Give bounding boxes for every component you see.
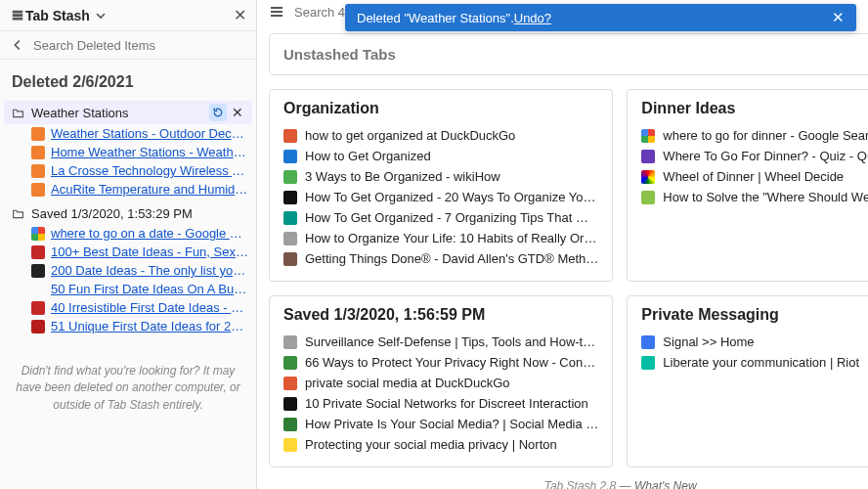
favicon [283, 252, 297, 266]
favicon [31, 183, 45, 197]
tab-row[interactable]: 66 Ways to Protect Your Privacy Right No… [283, 352, 598, 373]
tab-title: How to Get Organized [305, 149, 431, 163]
sidebar-title-text: Tab Stash [25, 8, 90, 23]
notification-close-button[interactable]: ✕ [832, 9, 845, 26]
tab-title: 10 Private Social Networks for Discreet … [305, 396, 588, 411]
card-title[interactable]: Saved 1/3/2020, 1:56:59 PM [283, 306, 598, 324]
main-content: Unstashed Tabs Organizationhow to get or… [257, 23, 868, 489]
tree-item-link[interactable]: 50 Fun First Date Ideas On A Budg… [51, 282, 248, 296]
tree-group-header[interactable]: Saved 1/3/2020, 1:53:29 PM [4, 202, 252, 224]
tree-item-link[interactable]: 200 Date Ideas - The only list you'… [51, 263, 248, 278]
tab-row[interactable]: How to Solve the "Where Should We Eat?" … [641, 187, 868, 207]
tree-group-name: Weather Stations [31, 106, 128, 120]
favicon [283, 150, 297, 163]
tree-item-link[interactable]: La Crosse Technology Wireless Th… [51, 163, 248, 178]
restore-group-button[interactable] [209, 104, 227, 121]
tab-title: private social media at DuckDuckGo [305, 376, 510, 390]
tab-row[interactable]: private social media at DuckDuckGo [283, 373, 598, 393]
card-title[interactable]: Private Messaging [641, 306, 868, 324]
undo-link[interactable]: Undo? [514, 11, 551, 25]
tree-item[interactable]: La Crosse Technology Wireless Th… [27, 161, 252, 180]
tree-item[interactable]: AcuRite Temperature and Humidit… [27, 180, 252, 199]
tree-item-link[interactable]: Home Weather Stations - Weather… [51, 145, 248, 159]
stash-icon [10, 8, 25, 23]
sidebar-header: Tab Stash ✕ [0, 0, 256, 31]
undo-notification: Deleted "Weather Stations". Undo? ✕ [345, 4, 856, 31]
unstashed-tabs-card[interactable]: Unstashed Tabs [269, 33, 868, 75]
tree-item-link[interactable]: 51 Unique First Date Ideas for 201… [51, 319, 248, 333]
sidebar-search [0, 31, 256, 60]
tab-row[interactable]: where to go for dinner - Google Search [641, 125, 868, 146]
favicon [283, 397, 297, 411]
tree-item[interactable]: where to go on a date - Google Se… [27, 224, 252, 243]
stash-card: Organizationhow to get organized at Duck… [269, 89, 613, 282]
stash-card: Saved 1/3/2020, 1:56:59 PMSurveillance S… [269, 295, 613, 467]
tab-title: 66 Ways to Protect Your Privacy Right No… [305, 355, 595, 370]
tab-row[interactable]: How to Organize Your Life: 10 Habits of … [283, 228, 598, 248]
favicon [31, 146, 45, 159]
favicon [283, 170, 297, 184]
tab-title: How To Get Organized - 7 Organizing Tips… [305, 210, 588, 225]
tree-item[interactable]: 40 Irresistible First Date Ideas - B… [27, 298, 252, 317]
favicon [31, 127, 45, 141]
tab-row[interactable]: Where To Go For Dinner? - Quiz - Quizony… [641, 146, 868, 166]
tab-title: Where To Go For Dinner? - Quiz - Quizony… [663, 149, 868, 163]
tree-item-link[interactable]: where to go on a date - Google Se… [51, 226, 248, 241]
tab-row[interactable]: Protecting your social media privacy | N… [283, 434, 598, 455]
card-title[interactable]: Organization [283, 100, 598, 117]
favicon [31, 227, 45, 241]
favicon [283, 335, 297, 349]
card-title[interactable]: Dinner Ideas [641, 100, 868, 117]
close-sidebar-button[interactable]: ✕ [234, 6, 246, 24]
tree-item-link[interactable]: Weather Stations - Outdoor Decor… [51, 126, 248, 141]
tab-row[interactable]: 10 Private Social Networks for Discreet … [283, 393, 598, 414]
tab-row[interactable]: Wheel of Dinner | Wheel Decide [641, 166, 868, 187]
favicon [31, 264, 45, 278]
tab-title: 3 Ways to Be Organized - wikiHow [305, 169, 500, 184]
tree-item[interactable]: Weather Stations - Outdoor Decor… [27, 124, 252, 143]
tree-item[interactable]: 50 Fun First Date Ideas On A Budg… [27, 280, 252, 298]
menu-icon[interactable] [269, 4, 284, 20]
favicon [641, 150, 655, 163]
stash-card: Private MessagingSignal >> HomeLiberate … [627, 295, 868, 467]
tree-item-link[interactable]: 40 Irresistible First Date Ideas - B… [51, 300, 248, 315]
tab-row[interactable]: How To Get Organized - 7 Organizing Tips… [283, 207, 598, 228]
footer-prefix: Tab Stash 2.8 — [544, 479, 634, 489]
stash-card: Dinner Ideaswhere to go for dinner - Goo… [627, 89, 868, 282]
sidebar-title[interactable]: Tab Stash [25, 8, 234, 23]
tree-item[interactable]: 51 Unique First Date Ideas for 201… [27, 317, 252, 335]
app-footer: Tab Stash 2.8 — What's New [269, 467, 868, 489]
whats-new-link[interactable]: What's New [634, 479, 697, 489]
tab-row[interactable]: Signal >> Home [641, 332, 868, 352]
tab-row[interactable]: how to get organized at DuckDuckGo [283, 125, 598, 146]
tree-item[interactable]: 100+ Best Date Ideas - Fun, Sexy, … [27, 243, 252, 261]
tree-item-link[interactable]: 100+ Best Date Ideas - Fun, Sexy, … [51, 244, 248, 259]
tab-row[interactable]: Getting Things Done® - David Allen's GTD… [283, 248, 598, 269]
tab-row[interactable]: How To Get Organized - 20 Ways To Organi… [283, 187, 598, 207]
favicon [283, 211, 297, 225]
favicon [31, 164, 45, 178]
tab-row[interactable]: Surveillance Self-Defense | Tips, Tools … [283, 332, 598, 352]
tab-row[interactable]: 3 Ways to Be Organized - wikiHow [283, 166, 598, 187]
tab-title: Protecting your social media privacy | N… [305, 437, 557, 452]
favicon [641, 335, 655, 349]
unstashed-title: Unstashed Tabs [283, 46, 396, 63]
tree-item-link[interactable]: AcuRite Temperature and Humidit… [51, 182, 248, 197]
tab-row[interactable]: How to Get Organized [283, 146, 598, 166]
tab-title: Getting Things Done® - David Allen's GTD… [305, 251, 598, 266]
tab-row[interactable]: How Private Is Your Social Media? | Soci… [283, 414, 598, 434]
sidebar-search-input[interactable] [33, 38, 246, 53]
tab-row[interactable]: Liberate your communication | Riot [641, 352, 868, 373]
tree-item[interactable]: 200 Date Ideas - The only list you'… [27, 261, 252, 280]
tree-item[interactable]: Home Weather Stations - Weather… [27, 143, 252, 161]
main-panel: Deleted "Weather Stations". Undo? ✕ Unst… [257, 0, 868, 489]
delete-group-button[interactable]: ✕ [229, 104, 246, 121]
favicon [641, 129, 655, 143]
favicon [31, 320, 45, 333]
chevron-down-icon [96, 11, 106, 21]
tab-title: where to go for dinner - Google Search [663, 128, 868, 143]
tab-title: How to Organize Your Life: 10 Habits of … [305, 231, 596, 245]
back-icon[interactable] [10, 37, 25, 53]
notification-text: Deleted "Weather Stations". [357, 11, 514, 25]
tree-group-header[interactable]: Weather Stations✕ [4, 101, 252, 124]
